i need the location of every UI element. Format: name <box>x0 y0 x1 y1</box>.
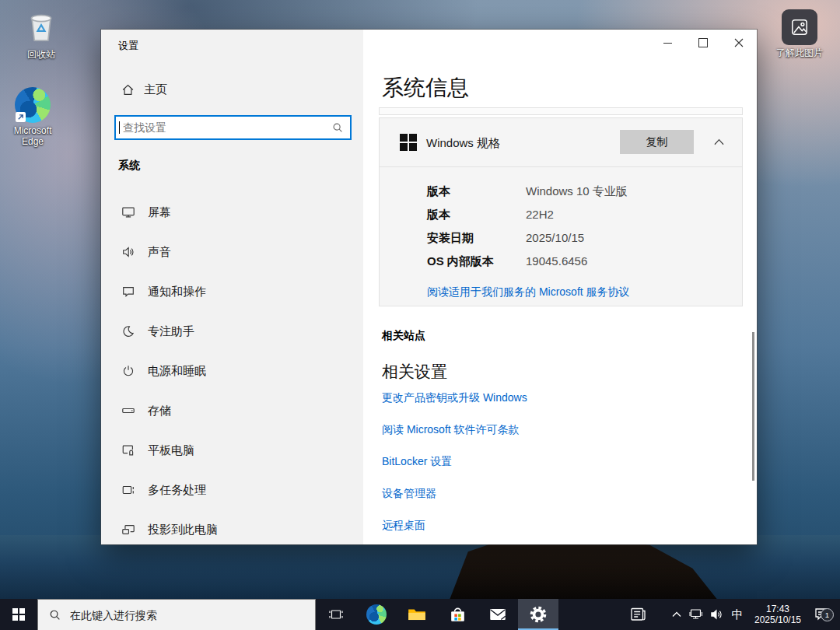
spec-row: OS 内部版本 19045.6456 <box>427 254 742 269</box>
picture-icon <box>782 9 817 45</box>
network-tray-button[interactable] <box>686 607 706 621</box>
license-terms-link[interactable]: 阅读 Microsoft 软件许可条款 <box>382 424 527 436</box>
sidebar-item-sound[interactable]: 声音 <box>101 240 363 264</box>
taskbar-settings-button[interactable] <box>518 599 558 630</box>
sidebar-item-power-sleep[interactable]: 电源和睡眠 <box>101 359 363 383</box>
window-controls <box>649 30 757 56</box>
settings-search-input[interactable] <box>120 121 332 134</box>
page-title: 系统信息 <box>382 73 469 103</box>
desktop-icon-edge[interactable]: Microsoft Edge <box>0 87 65 147</box>
desktop-icon-label: 回收站 <box>27 49 55 60</box>
clock-time: 17:43 <box>748 604 807 614</box>
spec-card-body: 版本 Windows 10 专业版 版本 22H2 安装日期 2025/10/1… <box>380 167 742 299</box>
spec-value: 19045.6456 <box>526 254 587 269</box>
taskbar-edge-button[interactable] <box>356 599 397 630</box>
taskbar-mail-button[interactable] <box>478 599 518 630</box>
bitlocker-settings-link[interactable]: BitLocker 设置 <box>382 456 527 467</box>
start-button[interactable] <box>0 599 37 630</box>
previous-card-edge <box>379 107 743 115</box>
windows-spec-card: Windows 规格 复制 版本 Windows 10 专业版 版本 22H2 <box>379 117 743 306</box>
sidebar-item-display[interactable]: 屏幕 <box>101 201 363 224</box>
spec-card-header[interactable]: Windows 规格 复制 <box>380 118 742 167</box>
sidebar-home-label: 主页 <box>144 82 167 97</box>
sidebar-item-label: 屏幕 <box>148 205 171 220</box>
recycle-bin-icon <box>23 5 60 47</box>
shortcut-arrow-icon <box>16 112 26 122</box>
volume-tray-button[interactable] <box>706 607 726 621</box>
sidebar-item-notifications[interactable]: 通知和操作 <box>101 280 363 303</box>
action-center-button[interactable]: 1 <box>807 606 835 623</box>
notifications-icon <box>121 285 135 299</box>
close-button[interactable] <box>721 30 757 56</box>
display-icon <box>121 205 135 219</box>
search-icon <box>332 122 343 133</box>
sidebar-item-label: 专注助手 <box>148 324 194 339</box>
sidebar-item-home[interactable]: 主页 <box>121 79 167 100</box>
minimize-button[interactable] <box>649 30 685 56</box>
settings-search-box[interactable] <box>114 115 352 140</box>
sidebar-item-label: 平板电脑 <box>148 443 194 458</box>
sidebar-item-label: 通知和操作 <box>148 285 206 299</box>
remote-desktop-link[interactable]: 远程桌面 <box>382 520 527 531</box>
sidebar-item-label: 存储 <box>148 404 171 418</box>
spec-value: 22H2 <box>526 207 554 222</box>
search-icon <box>49 609 61 621</box>
sidebar-item-storage[interactable]: 存储 <box>101 399 363 422</box>
storage-icon <box>121 404 135 418</box>
desktop-icon-learn-picture[interactable]: 了解此图片 <box>767 9 832 58</box>
gear-icon <box>528 604 548 625</box>
moon-icon <box>121 324 135 338</box>
chevron-up-icon[interactable] <box>714 138 724 145</box>
windows-start-icon <box>12 608 25 621</box>
minimize-icon <box>663 43 672 44</box>
related-sites-heading: 相关站点 <box>382 329 425 343</box>
spec-value: Windows 10 专业版 <box>526 184 628 199</box>
task-view-button[interactable] <box>316 599 356 630</box>
edge-icon <box>366 604 387 625</box>
news-interests-button[interactable] <box>621 606 656 623</box>
spec-card-title: Windows 规格 <box>426 136 500 151</box>
tray-overflow-button[interactable] <box>667 611 686 618</box>
spec-value: 2025/10/15 <box>526 230 584 246</box>
related-links: 更改产品密钥或升级 Windows 阅读 Microsoft 软件许可条款 Bi… <box>382 392 527 551</box>
close-icon <box>734 38 744 47</box>
taskbar-store-button[interactable] <box>437 599 478 630</box>
related-settings-heading: 相关设置 <box>382 361 447 383</box>
change-product-key-link[interactable]: 更改产品密钥或升级 Windows <box>382 392 527 404</box>
spec-row: 版本 22H2 <box>427 207 742 222</box>
settings-content: 系统信息 Windows 规格 复制 版本 Windows 10 专业版 <box>363 30 757 544</box>
sidebar-item-projecting[interactable]: 投影到此电脑 <box>101 518 363 541</box>
taskbar-search-input[interactable] <box>68 608 315 622</box>
desktop-icon-recycle-bin[interactable]: 回收站 <box>9 5 74 60</box>
settings-sidebar: 设置 主页 系统 <box>101 30 363 544</box>
notification-badge: 1 <box>821 608 834 621</box>
scrollbar-thumb[interactable] <box>752 332 754 481</box>
copy-button[interactable]: 复制 <box>620 130 694 154</box>
sidebar-item-multitasking[interactable]: 多任务处理 <box>101 478 363 502</box>
taskbar-search-box[interactable] <box>37 599 316 630</box>
ime-indicator[interactable]: 中 <box>726 607 748 622</box>
services-agreement-link[interactable]: 阅读适用于我们服务的 Microsoft 服务协议 <box>427 285 630 299</box>
spec-label: OS 内部版本 <box>427 254 526 269</box>
tablet-icon <box>121 443 135 457</box>
windows-logo-icon <box>400 134 417 151</box>
volume-icon <box>709 607 724 621</box>
maximize-button[interactable] <box>685 30 721 56</box>
spec-label: 版本 <box>427 184 526 199</box>
multitasking-icon <box>121 483 135 497</box>
taskbar-file-explorer-button[interactable] <box>397 599 437 630</box>
news-icon <box>629 606 648 623</box>
clock-date: 2025/10/15 <box>748 614 807 625</box>
settings-window: 设置 主页 系统 <box>101 30 757 544</box>
power-icon <box>121 364 135 378</box>
device-manager-link[interactable]: 设备管理器 <box>382 488 527 499</box>
task-view-icon <box>328 607 344 622</box>
system-tray: 中 17:43 2025/10/15 1 <box>621 599 840 630</box>
sidebar-nav: 屏幕 声音 通知和操作 <box>101 201 363 558</box>
desktop: 回收站 Microsoft Edge 了解此图片 <box>0 0 840 630</box>
taskbar-clock[interactable]: 17:43 2025/10/15 <box>748 604 807 625</box>
sidebar-item-focus-assist[interactable]: 专注助手 <box>101 320 363 343</box>
sidebar-item-tablet[interactable]: 平板电脑 <box>101 439 363 462</box>
desktop-icon-label: Microsoft Edge <box>5 125 60 147</box>
desktop-icon-label: 了解此图片 <box>776 47 823 58</box>
